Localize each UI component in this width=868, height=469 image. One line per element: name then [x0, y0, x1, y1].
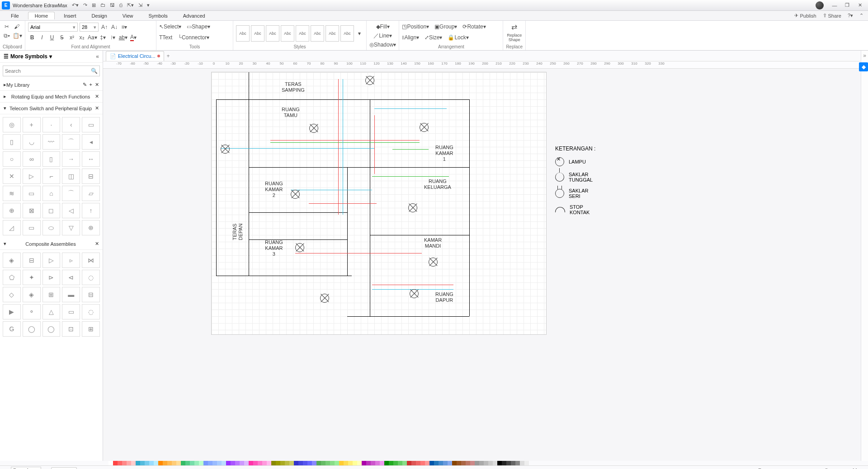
- symbol-item[interactable]: ▶: [3, 304, 21, 319]
- select-tool[interactable]: ↖ Select▾: [159, 23, 181, 31]
- lamp-symbol[interactable]: [408, 203, 417, 212]
- color-swatch[interactable]: [457, 461, 461, 465]
- symbol-item[interactable]: ◻: [42, 203, 61, 218]
- color-swatch[interactable]: [316, 461, 321, 465]
- color-swatch[interactable]: [185, 461, 190, 465]
- font-color-icon[interactable]: A▾: [129, 33, 137, 42]
- shadow-button[interactable]: ◎ Shadow▾: [369, 41, 396, 49]
- symbol-item[interactable]: ⊟: [23, 253, 41, 268]
- symbol-item[interactable]: ⌂: [42, 186, 61, 201]
- cut-icon[interactable]: ✂: [3, 23, 11, 31]
- color-swatch[interactable]: [253, 461, 258, 465]
- color-swatch[interactable]: [380, 461, 384, 465]
- symbol-item[interactable]: 〰: [42, 134, 61, 150]
- color-swatch[interactable]: [235, 461, 240, 465]
- color-swatch[interactable]: [461, 461, 466, 465]
- section-rotating[interactable]: ▸ Rotating Equip and Mech Functions✕: [0, 91, 103, 103]
- symbol-item[interactable]: ◯: [23, 321, 41, 337]
- color-swatch[interactable]: [357, 461, 362, 465]
- color-swatch[interactable]: [452, 461, 457, 465]
- lamp-symbol[interactable]: [410, 289, 419, 298]
- lamp-symbol[interactable]: [320, 294, 329, 303]
- color-swatch[interactable]: [262, 461, 267, 465]
- grow-font-icon[interactable]: A↑: [100, 23, 108, 31]
- menu-advanced[interactable]: Advanced: [177, 12, 212, 19]
- left-panel-title[interactable]: ☰ More Symbols▾«: [0, 51, 103, 63]
- color-swatch[interactable]: [466, 461, 470, 465]
- help-icon[interactable]: ?▾: [848, 13, 853, 19]
- superscript-icon[interactable]: x²: [68, 33, 76, 42]
- symbol-item[interactable]: ‹: [62, 117, 80, 132]
- color-swatch[interactable]: [267, 461, 271, 465]
- color-swatch[interactable]: [176, 461, 181, 465]
- page-tab[interactable]: Page-1: [51, 467, 77, 469]
- color-swatch[interactable]: [389, 461, 393, 465]
- symbol-item[interactable]: ✦: [23, 270, 41, 285]
- publish-button[interactable]: ✈ Publish: [794, 13, 816, 19]
- highlight-icon[interactable]: ab▾: [119, 33, 127, 42]
- new-icon[interactable]: ⊞: [92, 2, 96, 8]
- document-tab[interactable]: 📄 Electrical Circu...: [106, 51, 164, 61]
- symbol-item[interactable]: ⊳: [42, 270, 61, 285]
- color-swatch[interactable]: [289, 461, 294, 465]
- bullets-icon[interactable]: ⁝▾: [109, 33, 117, 42]
- color-swatch[interactable]: [348, 461, 353, 465]
- symbol-item[interactable]: ◂: [82, 134, 100, 150]
- color-swatch[interactable]: [335, 461, 339, 465]
- color-swatch[interactable]: [362, 461, 366, 465]
- section-telecom[interactable]: ▾ Telecom Switch and Peripheral Equip✕: [0, 103, 103, 114]
- color-swatch[interactable]: [312, 461, 316, 465]
- symbol-item[interactable]: ⊕: [3, 203, 21, 218]
- symbol-item[interactable]: ✕: [3, 169, 21, 184]
- color-swatch[interactable]: [203, 461, 208, 465]
- edit-icon[interactable]: ✎: [83, 82, 87, 88]
- symbol-item[interactable]: ⋈: [82, 253, 100, 268]
- color-swatch[interactable]: [407, 461, 411, 465]
- symbol-item[interactable]: ○: [3, 151, 21, 167]
- color-swatch[interactable]: [506, 461, 511, 465]
- symbol-item[interactable]: ▷: [42, 253, 61, 268]
- color-swatch[interactable]: [339, 461, 344, 465]
- qat-more-icon[interactable]: ▾: [147, 2, 150, 8]
- color-swatch[interactable]: [524, 461, 529, 465]
- print-icon[interactable]: ⎙: [119, 2, 123, 8]
- color-swatch[interactable]: [226, 461, 231, 465]
- symbol-item[interactable]: G: [3, 321, 21, 337]
- text-tool[interactable]: T Text: [159, 33, 172, 42]
- symbol-item[interactable]: ◡: [23, 134, 41, 150]
- color-swatch[interactable]: [307, 461, 312, 465]
- color-swatch[interactable]: [420, 461, 425, 465]
- maximize-button[interactable]: ❐: [841, 2, 854, 8]
- lock-button[interactable]: 🔒 Lock▾: [448, 33, 468, 42]
- color-swatch[interactable]: [208, 461, 212, 465]
- menu-view[interactable]: View: [116, 12, 140, 19]
- import-icon[interactable]: ⇲: [138, 2, 142, 8]
- color-swatch[interactable]: [402, 461, 407, 465]
- symbol-item[interactable]: +: [23, 117, 41, 132]
- properties-panel-button[interactable]: ◆: [859, 62, 868, 71]
- color-swatch[interactable]: [330, 461, 335, 465]
- color-swatch[interactable]: [158, 461, 163, 465]
- symbol-item[interactable]: ⊲: [62, 270, 80, 285]
- symbol-item[interactable]: ◁: [62, 203, 80, 218]
- color-swatch[interactable]: [131, 461, 136, 465]
- replace-shape-button[interactable]: Replace Shape: [507, 33, 522, 42]
- search-input[interactable]: [5, 68, 91, 74]
- symbol-search[interactable]: 🔍: [3, 66, 100, 76]
- style-preset-1[interactable]: Abc: [236, 25, 250, 42]
- close-button[interactable]: ✕: [854, 2, 866, 8]
- color-swatch[interactable]: [240, 461, 244, 465]
- style-preset-5[interactable]: Abc: [296, 25, 309, 42]
- save-icon[interactable]: 🖫: [110, 2, 115, 8]
- symbol-item[interactable]: ⊞: [42, 287, 61, 302]
- symbol-item[interactable]: ▭: [23, 220, 41, 235]
- color-swatch[interactable]: [411, 461, 416, 465]
- symbol-item[interactable]: ◫: [62, 169, 80, 184]
- position-button[interactable]: ◳ Position▾: [402, 23, 429, 31]
- bold-icon[interactable]: B: [28, 33, 36, 42]
- symbol-item[interactable]: ▷: [23, 169, 41, 184]
- export-icon[interactable]: ⇱▾: [127, 2, 134, 8]
- menu-home[interactable]: Home: [28, 12, 55, 19]
- color-swatch[interactable]: [488, 461, 493, 465]
- symbol-item[interactable]: △: [42, 304, 61, 319]
